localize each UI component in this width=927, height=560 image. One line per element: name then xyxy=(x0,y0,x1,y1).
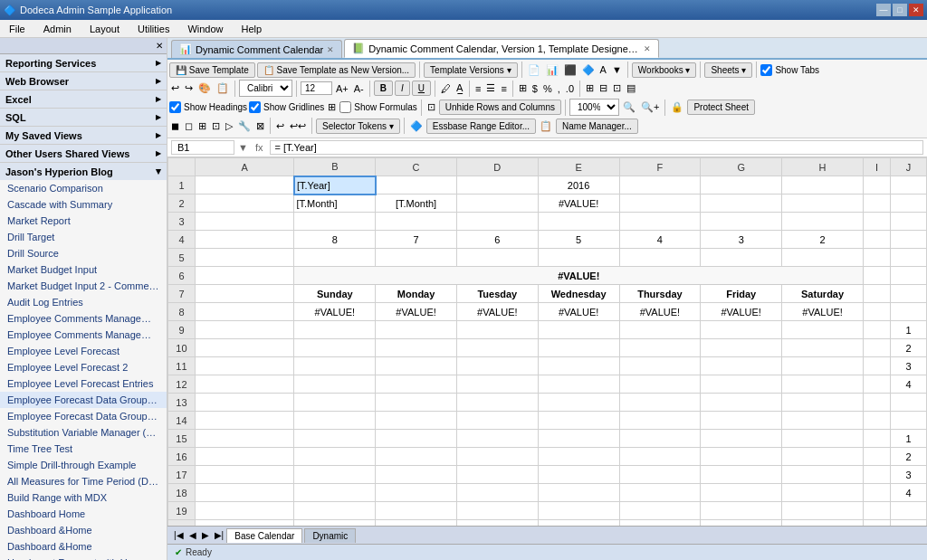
toolbar-icon-format[interactable]: 🎨 xyxy=(196,81,213,96)
align-center-icon[interactable]: ☰ xyxy=(484,81,497,96)
cell-a6[interactable] xyxy=(195,267,293,285)
cell-e8[interactable]: #VALUE! xyxy=(538,303,619,321)
cell-c15[interactable] xyxy=(376,430,457,448)
cell-i1[interactable] xyxy=(864,176,891,195)
toolbar-icon-hide[interactable]: ⊡ xyxy=(425,100,437,115)
col-header-g[interactable]: G xyxy=(701,158,782,176)
cell-g8[interactable]: #VALUE! xyxy=(701,303,782,321)
sidebar-item[interactable]: Dashboard &Home xyxy=(0,538,167,555)
toolbar-icon-sel1[interactable]: ◼ xyxy=(169,119,181,134)
cell-g9[interactable] xyxy=(701,321,782,339)
cell-reference-input[interactable] xyxy=(171,140,234,155)
cell-d9[interactable] xyxy=(456,321,538,339)
sidebar-item[interactable]: Employee Forecast Data Grouping xyxy=(0,392,167,408)
cell-j18[interactable]: 4 xyxy=(891,484,927,502)
sidebar-item[interactable]: Market Budget Input 2 - Comments xyxy=(0,278,167,294)
tab-template-designer[interactable]: 📗 Dynamic Comment Calendar, Version 1, T… xyxy=(344,39,659,58)
cell-f3[interactable] xyxy=(619,213,701,231)
cell-f20[interactable] xyxy=(619,520,701,527)
row-header-6[interactable]: 6 xyxy=(168,267,196,285)
protect-sheet-button[interactable]: Protect Sheet xyxy=(687,100,755,115)
toolbar-icon-sel3[interactable]: ⊞ xyxy=(196,119,208,134)
sidebar-item[interactable]: Employee Comments Management (E... xyxy=(0,310,167,327)
toolbar-icon-color[interactable]: A̲ xyxy=(454,81,465,96)
cell-d14[interactable] xyxy=(456,412,538,430)
cell-h11[interactable] xyxy=(782,357,864,375)
cell-g3[interactable] xyxy=(701,213,782,231)
toolbar-icon-redo[interactable]: ↪ xyxy=(183,81,195,96)
cell-h2[interactable] xyxy=(782,195,864,213)
cell-a1[interactable] xyxy=(195,176,293,195)
cell-a14[interactable] xyxy=(195,412,293,430)
cell-c13[interactable] xyxy=(376,394,457,412)
row-header-16[interactable]: 16 xyxy=(168,448,196,466)
col-header-j[interactable]: J xyxy=(891,158,927,176)
cell-i5[interactable] xyxy=(864,249,891,267)
cell-merged-6[interactable]: #VALUE! xyxy=(294,267,864,285)
sidebar-item[interactable]: All Measures for Time Period (Drill Tar.… xyxy=(0,473,167,489)
show-tabs-checkbox-label[interactable]: Show Tabs xyxy=(760,64,819,76)
cell-b17[interactable] xyxy=(294,466,376,484)
cell-h12[interactable] xyxy=(782,375,864,394)
cell-j15[interactable]: 1 xyxy=(891,430,927,448)
row-header-13[interactable]: 13 xyxy=(168,394,196,412)
row-header-15[interactable]: 15 xyxy=(168,430,196,448)
cell-a7[interactable] xyxy=(195,285,293,303)
cell-i17[interactable] xyxy=(864,466,891,484)
toolbar-icon5[interactable]: A xyxy=(598,62,608,77)
font-size-input[interactable] xyxy=(301,81,332,95)
show-gridlines-checkbox[interactable] xyxy=(249,101,261,113)
sidebar-item[interactable]: Employee Level Forecast 2 xyxy=(0,359,167,375)
show-tabs-checkbox[interactable] xyxy=(760,64,772,76)
cell-d1[interactable] xyxy=(456,176,538,195)
row-header-1[interactable]: 1 xyxy=(168,176,196,195)
cell-a18[interactable] xyxy=(195,484,293,502)
sidebar-item[interactable]: Build Range with MDX xyxy=(0,489,167,506)
show-formulas-label[interactable]: Show Formulas xyxy=(339,101,416,113)
cell-b3[interactable] xyxy=(294,213,376,231)
sidebar-section-header-otherusers[interactable]: Other Users Shared Views ▸ xyxy=(0,145,167,162)
tab-close-active-button[interactable]: ✕ xyxy=(644,44,651,53)
cell-c11[interactable] xyxy=(376,357,457,375)
cell-e16[interactable] xyxy=(538,448,619,466)
cell-sunday[interactable]: Sunday xyxy=(294,285,376,303)
cell-g4[interactable]: 3 xyxy=(701,231,782,249)
merge-icon[interactable]: ⊞ xyxy=(517,81,529,96)
cell-g19[interactable] xyxy=(701,502,782,520)
cell-g15[interactable] xyxy=(701,430,782,448)
cell-f8[interactable]: #VALUE! xyxy=(619,303,701,321)
cell-g13[interactable] xyxy=(701,394,782,412)
cell-i8[interactable] xyxy=(864,303,891,321)
sidebar-item-drill-source[interactable]: Drill Source xyxy=(0,245,167,261)
toolbar-icon-misc4[interactable]: ▤ xyxy=(625,81,637,96)
cell-b14[interactable] xyxy=(294,412,376,430)
cell-i20[interactable] xyxy=(864,520,891,527)
cell-i10[interactable] xyxy=(864,339,891,357)
cell-d3[interactable] xyxy=(456,213,538,231)
row-header-18[interactable]: 18 xyxy=(168,484,196,502)
cell-e20[interactable] xyxy=(538,520,619,527)
sidebar-section-header-webbrowser[interactable]: Web Browser ▸ xyxy=(0,72,167,90)
cell-a5[interactable] xyxy=(195,249,293,267)
row-header-7[interactable]: 7 xyxy=(168,285,196,303)
cell-d13[interactable] xyxy=(456,394,538,412)
cell-g17[interactable] xyxy=(701,466,782,484)
cell-j11[interactable]: 3 xyxy=(891,357,927,375)
menu-file[interactable]: File xyxy=(4,22,31,36)
formula-input[interactable] xyxy=(270,140,923,155)
cell-c10[interactable] xyxy=(376,339,457,357)
cell-f18[interactable] xyxy=(619,484,701,502)
cell-d5[interactable] xyxy=(456,249,538,267)
sidebar-item[interactable]: Employee Forecast Data Grouping 2 xyxy=(0,408,167,424)
font-size-up-icon[interactable]: A+ xyxy=(334,81,350,96)
cell-c5[interactable] xyxy=(376,249,457,267)
cell-friday[interactable]: Friday xyxy=(701,285,782,303)
cell-i14[interactable] xyxy=(864,412,891,430)
cell-g1[interactable] xyxy=(701,176,782,195)
cell-c9[interactable] xyxy=(376,321,457,339)
cell-a4[interactable] xyxy=(195,231,293,249)
row-header-19[interactable]: 19 xyxy=(168,502,196,520)
sidebar-item[interactable]: Scenario Comparison xyxy=(0,180,167,196)
sidebar-item[interactable]: Employee Level Forecast Entries xyxy=(0,375,167,392)
sidebar-item[interactable]: Audit Log Entries xyxy=(0,294,167,310)
